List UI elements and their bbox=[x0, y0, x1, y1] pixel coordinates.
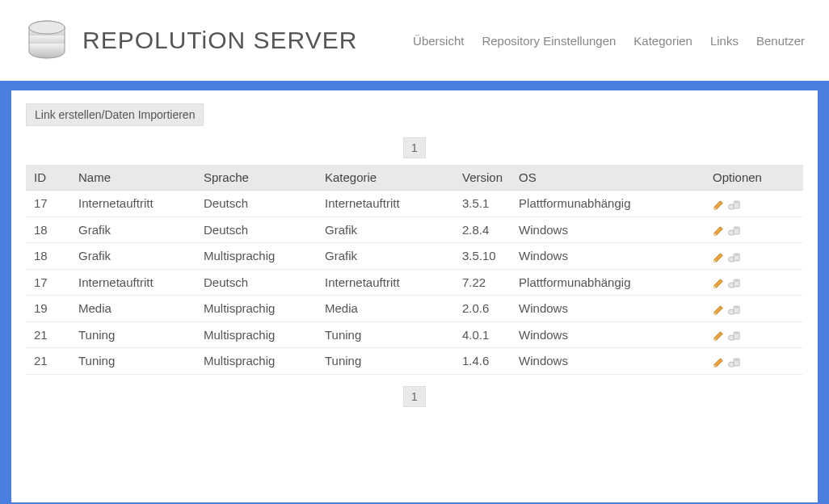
cell-ver: 7.22 bbox=[454, 269, 511, 296]
cell-options bbox=[705, 348, 803, 375]
svg-rect-4 bbox=[735, 201, 739, 204]
nav-users[interactable]: Benutzer bbox=[756, 34, 805, 48]
svg-rect-16 bbox=[735, 306, 739, 309]
cell-name: Media bbox=[70, 296, 196, 322]
col-name: Name bbox=[70, 165, 196, 191]
nav-categories[interactable]: Kategorien bbox=[633, 34, 692, 48]
cell-os: Plattformunabhängig bbox=[511, 269, 705, 296]
package-icon[interactable] bbox=[728, 356, 741, 368]
package-icon[interactable] bbox=[728, 199, 741, 211]
cell-ver: 2.8.4 bbox=[454, 216, 511, 243]
svg-rect-7 bbox=[735, 227, 739, 229]
table-row: 17InternetauftrittDeutschInternetauftrit… bbox=[26, 191, 803, 217]
cell-id: 17 bbox=[26, 269, 70, 296]
table-row: 18GrafikDeutschGrafik2.8.4Windows bbox=[26, 216, 803, 243]
cell-options bbox=[705, 243, 803, 270]
nav-overview[interactable]: Übersicht bbox=[413, 34, 464, 48]
col-cat: Kategorie bbox=[317, 165, 454, 191]
cell-id: 19 bbox=[26, 296, 70, 322]
create-import-button[interactable]: Link erstellen/Daten Importieren bbox=[26, 103, 204, 126]
svg-rect-10 bbox=[735, 254, 739, 256]
cell-lang: Multisprachig bbox=[196, 321, 317, 348]
cell-cat: Grafik bbox=[317, 243, 454, 270]
cell-lang: Multisprachig bbox=[196, 296, 317, 322]
cell-lang: Deutsch bbox=[196, 191, 317, 217]
edit-icon[interactable] bbox=[713, 330, 725, 342]
cell-os: Windows bbox=[511, 243, 705, 270]
cell-cat: Tuning bbox=[317, 321, 454, 348]
package-icon[interactable] bbox=[728, 304, 741, 316]
cell-options bbox=[705, 216, 803, 243]
cell-cat: Internetauftritt bbox=[317, 191, 454, 217]
cell-options bbox=[705, 269, 803, 296]
header: REPOLUTiON SERVER Übersicht Repository E… bbox=[0, 0, 829, 81]
cell-cat: Grafik bbox=[317, 216, 454, 243]
col-os: OS bbox=[511, 165, 705, 191]
table-header-row: ID Name Sprache Kategorie Version OS Opt… bbox=[26, 165, 803, 191]
edit-icon[interactable] bbox=[713, 225, 725, 237]
col-opt: Optionen bbox=[705, 165, 803, 191]
cell-os: Windows bbox=[511, 348, 705, 375]
cell-id: 21 bbox=[26, 321, 70, 348]
package-icon[interactable] bbox=[728, 330, 741, 342]
col-ver: Version bbox=[454, 165, 511, 191]
pager-page[interactable]: 1 bbox=[403, 137, 426, 158]
edit-icon[interactable] bbox=[713, 199, 725, 211]
logo: REPOLUTiON SERVER bbox=[24, 18, 357, 63]
cell-os: Plattformunabhängig bbox=[511, 191, 705, 217]
cell-options bbox=[705, 296, 803, 322]
cell-name: Tuning bbox=[70, 321, 196, 348]
links-table: ID Name Sprache Kategorie Version OS Opt… bbox=[26, 165, 803, 375]
table-row: 19MediaMultisprachigMedia2.0.6Windows bbox=[26, 296, 803, 322]
content-panel: Link erstellen/Daten Importieren 1 ID Na… bbox=[11, 90, 818, 502]
cell-lang: Multisprachig bbox=[196, 348, 317, 375]
edit-icon[interactable] bbox=[713, 304, 725, 316]
cell-options bbox=[705, 321, 803, 348]
cell-os: Windows bbox=[511, 321, 705, 348]
main-nav: Übersicht Repository Einstellungen Kateg… bbox=[413, 34, 805, 48]
table-row: 18GrafikMultisprachigGrafik3.5.10Windows bbox=[26, 243, 803, 270]
svg-rect-22 bbox=[735, 359, 739, 361]
cell-name: Internetauftritt bbox=[70, 191, 196, 217]
table-row: 17InternetauftrittDeutschInternetauftrit… bbox=[26, 269, 803, 296]
cell-os: Windows bbox=[511, 296, 705, 322]
cell-cat: Tuning bbox=[317, 348, 454, 375]
edit-icon[interactable] bbox=[713, 277, 725, 289]
cell-ver: 3.5.10 bbox=[454, 243, 511, 270]
cell-os: Windows bbox=[511, 216, 705, 243]
package-icon[interactable] bbox=[728, 277, 741, 289]
pager-top: 1 bbox=[26, 137, 803, 158]
nav-repo-settings[interactable]: Repository Einstellungen bbox=[482, 34, 616, 48]
cell-id: 17 bbox=[26, 191, 70, 217]
cell-name: Tuning bbox=[70, 348, 196, 375]
cell-name: Internetauftritt bbox=[70, 269, 196, 296]
cell-cat: Media bbox=[317, 296, 454, 322]
cell-ver: 4.0.1 bbox=[454, 321, 511, 348]
cell-name: Grafik bbox=[70, 243, 196, 270]
database-icon bbox=[24, 18, 69, 63]
nav-links[interactable]: Links bbox=[710, 34, 739, 48]
table-row: 21TuningMultisprachigTuning1.4.6Windows bbox=[26, 348, 803, 375]
package-icon[interactable] bbox=[728, 251, 741, 263]
col-id: ID bbox=[26, 165, 70, 191]
cell-lang: Deutsch bbox=[196, 216, 317, 243]
cell-ver: 1.4.6 bbox=[454, 348, 511, 375]
package-icon[interactable] bbox=[728, 225, 741, 237]
pager-page[interactable]: 1 bbox=[403, 386, 426, 407]
cell-ver: 2.0.6 bbox=[454, 296, 511, 322]
cell-cat: Internetauftritt bbox=[317, 269, 454, 296]
svg-rect-19 bbox=[735, 332, 739, 334]
table-row: 21TuningMultisprachigTuning4.0.1Windows bbox=[26, 321, 803, 348]
cell-ver: 3.5.1 bbox=[454, 191, 511, 217]
col-lang: Sprache bbox=[196, 165, 317, 191]
cell-name: Grafik bbox=[70, 216, 196, 243]
edit-icon[interactable] bbox=[713, 251, 725, 263]
cell-lang: Deutsch bbox=[196, 269, 317, 296]
edit-icon[interactable] bbox=[713, 356, 725, 368]
cell-options bbox=[705, 191, 803, 217]
svg-rect-13 bbox=[735, 279, 739, 282]
svg-point-1 bbox=[29, 21, 65, 34]
cell-id: 18 bbox=[26, 243, 70, 270]
app-title: REPOLUTiON SERVER bbox=[82, 27, 357, 54]
pager-bottom: 1 bbox=[26, 386, 803, 407]
